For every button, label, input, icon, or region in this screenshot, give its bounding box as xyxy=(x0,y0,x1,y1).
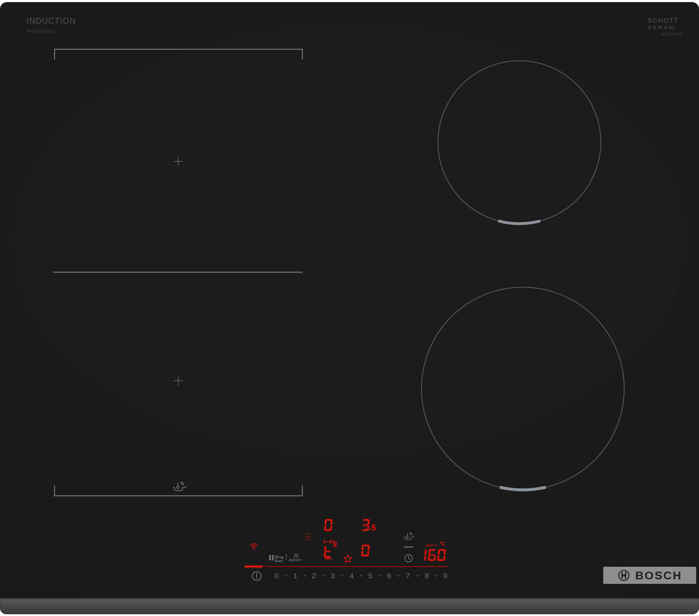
scale-number-7[interactable]: 7 xyxy=(404,572,412,580)
zone-center-cross-bottom xyxy=(174,376,183,385)
pause-icon[interactable] xyxy=(272,555,274,560)
cooking-sensor-icon-zone xyxy=(173,482,187,491)
transfer-mini-digit xyxy=(334,542,337,548)
left-zone-level-display[interactable] xyxy=(325,519,332,531)
zone-center-cross-top xyxy=(174,157,183,166)
boost-label[interactable]: BOOST xyxy=(289,558,302,562)
pause-icon[interactable] xyxy=(269,555,271,560)
timer-display[interactable] xyxy=(419,549,445,561)
cooking-zone-layer xyxy=(0,0,699,616)
cooking-sensor-icon-panel[interactable] xyxy=(403,531,415,541)
transfer-underline xyxy=(325,558,332,559)
scale-dot xyxy=(398,575,399,577)
bosch-badge: BOSCH xyxy=(603,567,696,584)
induction-hob: INDUCTION PVS631HC1 SCHOTT CERAN® 900177… xyxy=(0,0,699,616)
power-level-fraction xyxy=(372,524,376,531)
scale-dot xyxy=(341,575,343,577)
power-level-display[interactable] xyxy=(362,519,369,531)
scale-number-3[interactable]: 3 xyxy=(329,572,337,580)
scale-dot xyxy=(417,575,418,577)
panel-divider xyxy=(286,554,287,560)
menu-icon[interactable] xyxy=(304,534,310,541)
scale-number-4[interactable]: 4 xyxy=(347,572,356,580)
scale-number-0[interactable]: 0 xyxy=(272,572,281,580)
scale-dot xyxy=(304,575,305,577)
scale-number-6[interactable]: 6 xyxy=(385,572,393,580)
zone-front-marker-top xyxy=(498,221,541,224)
scale-number-2[interactable]: 2 xyxy=(310,572,318,580)
transfer-indicator-display[interactable] xyxy=(324,546,332,557)
bosch-logo-text: BOSCH xyxy=(635,569,682,581)
scale-number-1[interactable]: 1 xyxy=(291,572,300,580)
wifi-icon xyxy=(249,543,259,550)
scale-dot xyxy=(285,575,287,577)
scale-dot xyxy=(435,575,437,577)
scale-number-5[interactable]: 5 xyxy=(366,572,374,580)
temp-unit-label: °C xyxy=(440,541,445,546)
favorite-star-icon[interactable] xyxy=(343,554,353,564)
power-level-decimal-dot xyxy=(370,528,371,530)
scale-number-8[interactable]: 8 xyxy=(423,572,431,580)
right-zone-level-display[interactable] xyxy=(362,545,369,556)
move-pan-arrow-icon[interactable] xyxy=(324,539,334,544)
zone-front-marker-bottom xyxy=(500,487,546,490)
timer-clock-icon[interactable] xyxy=(404,554,413,563)
power-button[interactable] xyxy=(251,571,262,581)
timer-unit-label: min·s xyxy=(426,543,437,547)
flex-zone-top-bracket xyxy=(55,49,302,59)
level-slider-active-segment[interactable] xyxy=(245,566,263,567)
cooking-zone-right-bottom xyxy=(421,287,624,490)
sensor-underline xyxy=(404,546,413,548)
scale-number-9[interactable]: 9 xyxy=(441,572,449,580)
scale-dot xyxy=(323,575,324,577)
boost-chevron-icon[interactable] xyxy=(293,553,299,558)
childlock-label[interactable]: 4sec xyxy=(275,559,283,563)
scale-dot xyxy=(379,575,380,577)
scale-dot xyxy=(360,575,362,577)
cooking-zone-right-top xyxy=(438,61,601,224)
bosch-emblem-icon xyxy=(617,569,630,582)
level-slider-track[interactable] xyxy=(265,566,448,567)
